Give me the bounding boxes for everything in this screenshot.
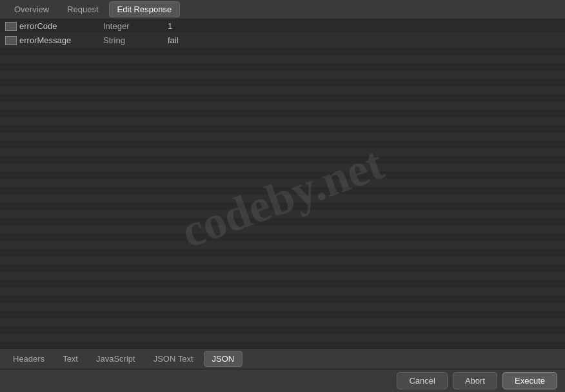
cell-name: errorCode	[19, 21, 103, 31]
stripe	[0, 303, 565, 311]
stripe	[0, 210, 565, 218]
execute-button[interactable]: Execute	[502, 372, 557, 389]
row-icon	[5, 36, 17, 45]
stripe	[0, 241, 565, 249]
tab-javascript[interactable]: JavaScript	[88, 351, 143, 366]
stripe	[0, 295, 565, 303]
stripe	[0, 86, 565, 94]
tab-text[interactable]: Text	[55, 351, 86, 366]
tab-overview[interactable]: Overview	[6, 2, 57, 17]
cell-value: 1	[168, 21, 172, 31]
cancel-button[interactable]: Cancel	[397, 372, 447, 389]
stripe	[0, 117, 565, 125]
stripe	[0, 94, 565, 102]
cell-name: errorMessage	[19, 35, 103, 45]
stripe	[0, 71, 565, 79]
stripe	[0, 264, 565, 272]
data-table: errorCodeInteger1errorMessageStringfail	[0, 19, 565, 48]
stripe-container	[0, 48, 565, 348]
stripe	[0, 218, 565, 226]
stripe	[0, 226, 565, 233]
tab-edit-response[interactable]: Edit Response	[109, 1, 181, 17]
cell-type: Integer	[103, 21, 168, 31]
cell-value: fail	[168, 35, 179, 45]
stripe	[0, 280, 565, 288]
stripe	[0, 233, 565, 241]
stripe	[0, 125, 565, 133]
stripe	[0, 110, 565, 117]
stripe	[0, 334, 565, 342]
action-bar: Cancel Abort Execute	[0, 369, 565, 392]
main-container: Overview Request Edit Response errorCode…	[0, 0, 565, 392]
stripe	[0, 342, 565, 348]
stripe	[0, 288, 565, 295]
stripe	[0, 257, 565, 264]
stripe	[0, 172, 565, 179]
tab-request[interactable]: Request	[59, 2, 106, 17]
stripe	[0, 164, 565, 172]
stripe	[0, 195, 565, 202]
tab-json[interactable]: JSON	[204, 351, 243, 367]
tab-headers[interactable]: Headers	[5, 351, 52, 366]
table-row: errorCodeInteger1	[0, 19, 565, 34]
stripe	[0, 48, 565, 55]
abort-button[interactable]: Abort	[453, 372, 497, 389]
stripe	[0, 326, 565, 334]
stripe	[0, 148, 565, 156]
striped-content-area: codeby.net	[0, 48, 565, 348]
stripe	[0, 55, 565, 63]
stripe	[0, 102, 565, 110]
top-tab-bar: Overview Request Edit Response	[0, 0, 565, 19]
stripe	[0, 79, 565, 86]
data-table-section: errorCodeInteger1errorMessageStringfail	[0, 19, 565, 48]
stripe	[0, 63, 565, 71]
stripe	[0, 318, 565, 326]
stripe	[0, 179, 565, 187]
stripe	[0, 187, 565, 195]
stripe	[0, 249, 565, 257]
stripe	[0, 202, 565, 210]
stripe	[0, 311, 565, 318]
table-row: errorMessageStringfail	[0, 34, 565, 48]
stripe	[0, 156, 565, 164]
bottom-tab-bar: Headers Text JavaScript JSON Text JSON	[0, 348, 565, 369]
stripe	[0, 272, 565, 280]
stripe	[0, 133, 565, 141]
stripe	[0, 141, 565, 148]
row-icon	[5, 22, 17, 31]
cell-type: String	[103, 35, 168, 45]
tab-json-text[interactable]: JSON Text	[146, 351, 201, 366]
